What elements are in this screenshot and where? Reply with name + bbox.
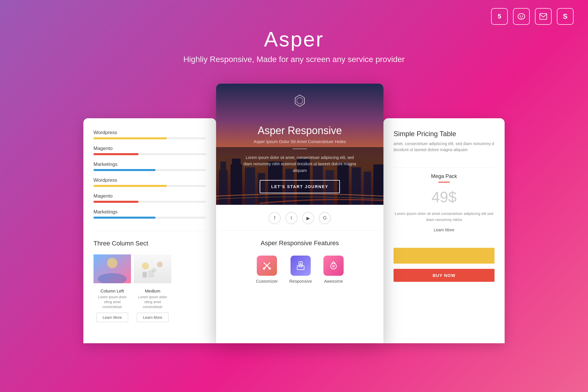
pricing-divider (394, 167, 495, 168)
svg-rect-12 (148, 270, 154, 277)
card-center: Asper Responsive Asper Ipsum Dolor Sit A… (216, 84, 383, 343)
svg-point-8 (142, 262, 149, 269)
svg-point-30 (269, 267, 271, 270)
skill-bar-bg-wordpress (93, 137, 206, 139)
skill-bar-bg-2 (93, 185, 206, 187)
pricing-title: Simple Pricing Table (394, 130, 495, 138)
stampready-icon[interactable]: S (557, 8, 574, 25)
features-row: Customizer Responsive (226, 256, 373, 284)
center-hero-sub: Asper Ipsum Dolor Sit Amet Consectetuer … (242, 139, 357, 144)
skill-row-marketings-2: Marketings (93, 209, 206, 219)
three-col-images (93, 254, 206, 283)
skill-label-wordpress: Wordpress (93, 130, 206, 136)
col-desc-medium: Lorem ipsum dolor siting amet consectetu… (134, 295, 171, 309)
svg-point-2 (522, 16, 523, 17)
svg-point-5 (107, 258, 117, 268)
skill-row-magento: Magento (93, 146, 206, 155)
center-hero-content: Asper Responsive Asper Ipsum Dolor Sit A… (242, 125, 357, 193)
pricing-top: Simple Pricing Table amet, consectetuer … (383, 118, 505, 162)
three-col-title: Three Column Sect (93, 240, 206, 247)
skill-label-magento: Magento (93, 146, 206, 151)
hero-subtitle: Highliy Responsive, Made for any screen … (0, 55, 588, 64)
skill-bar-bg-marketings (93, 169, 206, 171)
pack-price-desc: Lorem ipsum dolor sit amet consectetuer … (394, 211, 495, 223)
social-facebook[interactable]: f (269, 212, 281, 224)
svg-rect-3 (540, 14, 547, 19)
feature-label-responsive: Responsive (289, 279, 312, 284)
social-play[interactable]: ▶ (302, 212, 314, 224)
svg-point-36 (332, 265, 335, 268)
svg-rect-32 (297, 266, 304, 270)
pack-learn-more[interactable]: Learn More (394, 228, 495, 232)
learn-more-btn-left[interactable]: Learn More (96, 313, 128, 322)
col-info-left: Column Left Lorem ipsum dolor siting ame… (93, 288, 131, 322)
svg-rect-15 (220, 162, 226, 170)
social-twitter[interactable]: t (285, 212, 297, 224)
features-section: Asper Responsive Features Customizer (216, 231, 383, 289)
center-logo (293, 94, 307, 110)
skill-bar-bg-marketings-2 (93, 217, 206, 219)
skill-row-wordpress: Wordpress (93, 130, 206, 139)
skill-row-marketings: Marketings (93, 162, 206, 171)
pricing-content: Mega Pack 49$ Lorem ipsum dolor sit amet… (383, 173, 505, 248)
col-info-medium: Medium Lorem ipsum dolor siting amet con… (134, 288, 171, 322)
skill-bar-fill-2 (93, 185, 167, 187)
awesome-icon (323, 256, 344, 276)
feature-label-awesome: Awesome (324, 279, 343, 284)
svg-point-1 (520, 16, 521, 17)
learn-more-btn-medium[interactable]: Learn More (137, 313, 168, 322)
social-google[interactable]: G (319, 212, 331, 224)
skill-bar-bg-magento (93, 153, 206, 155)
skill-bar-fill-marketings-2 (93, 217, 156, 219)
skill-bar-bg-magento-2 (93, 201, 206, 203)
skill-label-magento-2: Magento (93, 193, 206, 199)
features-title: Asper Responsive Features (226, 239, 373, 247)
feature-awesome: Awesome (323, 256, 344, 284)
col-image-1 (93, 254, 131, 283)
feature-label-customizer: Customizer (256, 279, 278, 284)
skill-label-marketings: Marketings (93, 162, 206, 167)
svg-rect-11 (143, 272, 147, 277)
skill-bar-fill-wordpress (93, 137, 167, 139)
hero-title: Asper (0, 27, 588, 51)
center-hero-divider (293, 149, 307, 149)
col-title-medium: Medium (134, 288, 171, 293)
svg-point-29 (263, 267, 265, 270)
social-icons-row: f t ▶ G (216, 205, 383, 231)
campaign-monitor-icon[interactable] (535, 8, 552, 25)
yellow-block (394, 248, 495, 264)
feature-customizer: Customizer (256, 256, 278, 284)
buy-now-button[interactable]: BUY NOW (394, 269, 495, 282)
skill-bar-fill-marketings (93, 169, 156, 171)
svg-point-34 (299, 263, 302, 266)
cards-area: Wordpress Magento Marketings (14, 84, 574, 392)
svg-rect-17 (232, 159, 241, 164)
card-left: Wordpress Magento Marketings (83, 118, 216, 343)
skill-row-magento-2: Magento (93, 193, 206, 203)
three-col-labels: Column Left Lorem ipsum dolor siting ame… (93, 288, 206, 322)
svg-point-0 (518, 14, 525, 19)
top-icons-bar: 5 S (491, 8, 574, 25)
col-image-2 (134, 254, 171, 283)
cta-button[interactable]: LET'S START JOURNEY (260, 180, 340, 193)
card-right: Simple Pricing Table amet, consectetuer … (383, 118, 505, 343)
customizer-icon (257, 256, 277, 276)
center-hero-desc: Lorem ipsum dolor sit amet, consectetuer… (242, 154, 357, 174)
skill-row-wordpress-2: Wordpress (93, 177, 206, 187)
pack-name: Mega Pack (394, 173, 495, 179)
feature-responsive: Responsive (289, 256, 312, 284)
three-col-section: Three Column Sect (83, 231, 216, 328)
svg-rect-14 (219, 170, 228, 205)
skills-section-left: Wordpress Magento Marketings (83, 118, 216, 231)
html5-icon[interactable]: 5 (491, 8, 508, 25)
center-hero-title: Asper Responsive (242, 125, 357, 137)
svg-point-10 (157, 262, 163, 267)
responsive-icon (291, 256, 311, 276)
center-hero: Asper Responsive Asper Ipsum Dolor Sit A… (216, 84, 383, 205)
skill-label-marketings-2: Marketings (93, 209, 206, 215)
mailchimp-icon[interactable] (513, 8, 530, 25)
skill-bar-fill-magento (93, 153, 138, 155)
col-desc-left: Lorem ipsum dolor siting amet consectetu… (93, 295, 131, 309)
svg-rect-16 (231, 164, 242, 205)
pack-underline (438, 182, 450, 183)
